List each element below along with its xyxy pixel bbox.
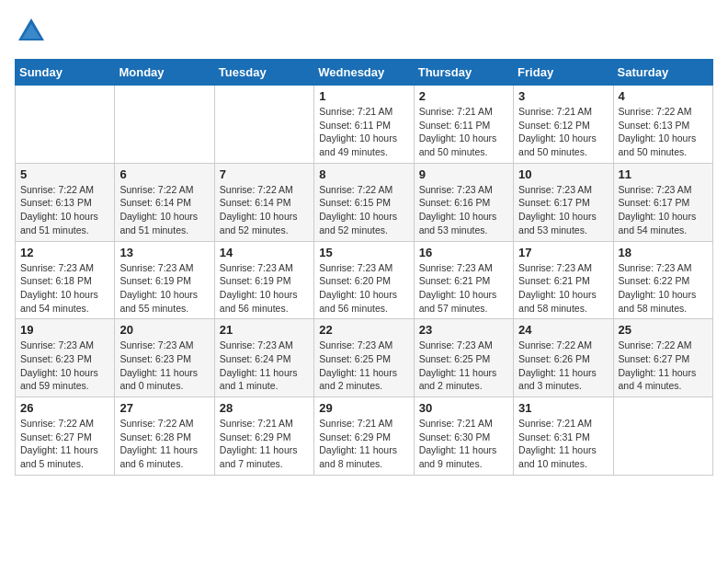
calendar-week-5: 26Sunrise: 7:22 AM Sunset: 6:27 PM Dayli…: [16, 397, 713, 476]
day-number: 31: [518, 401, 608, 415]
calendar-cell: 24Sunrise: 7:22 AM Sunset: 6:26 PM Dayli…: [514, 319, 613, 397]
col-header-friday: Friday: [514, 60, 613, 86]
calendar-week-4: 19Sunrise: 7:23 AM Sunset: 6:23 PM Dayli…: [16, 319, 713, 397]
day-number: 6: [119, 167, 209, 181]
col-header-monday: Monday: [115, 60, 214, 86]
day-number: 13: [119, 246, 209, 259]
calendar-cell: 3Sunrise: 7:21 AM Sunset: 6:12 PM Daylig…: [514, 86, 613, 164]
day-number: 5: [20, 167, 109, 181]
day-number: 15: [319, 246, 408, 259]
calendar-cell: 23Sunrise: 7:23 AM Sunset: 6:25 PM Dayli…: [414, 319, 513, 397]
calendar-cell: 21Sunrise: 7:23 AM Sunset: 6:24 PM Dayli…: [214, 319, 313, 397]
calendar-header: SundayMondayTuesdayWednesdayThursdayFrid…: [16, 60, 713, 86]
calendar-cell: 4Sunrise: 7:22 AM Sunset: 6:13 PM Daylig…: [613, 86, 712, 164]
day-number: 18: [619, 246, 708, 259]
day-number: 9: [419, 167, 508, 181]
calendar-cell: 31Sunrise: 7:21 AM Sunset: 6:31 PM Dayli…: [514, 397, 613, 476]
calendar-cell: 2Sunrise: 7:21 AM Sunset: 6:11 PM Daylig…: [414, 86, 513, 164]
calendar-cell: 14Sunrise: 7:23 AM Sunset: 6:19 PM Dayli…: [214, 241, 313, 319]
day-number: 26: [20, 401, 109, 415]
day-info: Sunrise: 7:21 AM Sunset: 6:30 PM Dayligh…: [419, 417, 508, 471]
calendar-cell: 16Sunrise: 7:23 AM Sunset: 6:21 PM Dayli…: [414, 241, 513, 319]
calendar-cell: 8Sunrise: 7:22 AM Sunset: 6:15 PM Daylig…: [314, 163, 414, 241]
day-info: Sunrise: 7:23 AM Sunset: 6:17 PM Dayligh…: [619, 183, 708, 237]
col-header-tuesday: Tuesday: [214, 60, 313, 86]
calendar-cell: [16, 86, 115, 164]
day-number: 7: [220, 167, 309, 181]
calendar-cell: 18Sunrise: 7:23 AM Sunset: 6:22 PM Dayli…: [613, 241, 712, 319]
col-header-sunday: Sunday: [16, 60, 115, 86]
calendar-cell: 12Sunrise: 7:23 AM Sunset: 6:18 PM Dayli…: [16, 241, 115, 319]
day-info: Sunrise: 7:22 AM Sunset: 6:27 PM Dayligh…: [20, 417, 109, 471]
day-info: Sunrise: 7:23 AM Sunset: 6:22 PM Dayligh…: [619, 261, 708, 316]
col-header-wednesday: Wednesday: [314, 60, 414, 86]
calendar-cell: 30Sunrise: 7:21 AM Sunset: 6:30 PM Dayli…: [414, 397, 513, 476]
day-number: 16: [419, 246, 508, 259]
day-info: Sunrise: 7:23 AM Sunset: 6:18 PM Dayligh…: [20, 261, 109, 316]
day-info: Sunrise: 7:23 AM Sunset: 6:17 PM Dayligh…: [518, 183, 608, 237]
day-number: 30: [419, 401, 508, 415]
calendar-cell: 17Sunrise: 7:23 AM Sunset: 6:21 PM Dayli…: [514, 241, 613, 319]
calendar-cell: 19Sunrise: 7:23 AM Sunset: 6:23 PM Dayli…: [16, 319, 115, 397]
day-number: 8: [319, 167, 408, 181]
logo: [15, 15, 51, 48]
day-info: Sunrise: 7:23 AM Sunset: 6:21 PM Dayligh…: [518, 261, 608, 316]
day-info: Sunrise: 7:23 AM Sunset: 6:25 PM Dayligh…: [419, 339, 508, 393]
day-info: Sunrise: 7:21 AM Sunset: 6:31 PM Dayligh…: [518, 417, 608, 471]
calendar-cell: 11Sunrise: 7:23 AM Sunset: 6:17 PM Dayli…: [613, 163, 712, 241]
day-number: 14: [220, 246, 309, 259]
day-info: Sunrise: 7:22 AM Sunset: 6:13 PM Dayligh…: [619, 105, 708, 159]
calendar-week-1: 1Sunrise: 7:21 AM Sunset: 6:11 PM Daylig…: [16, 86, 713, 164]
day-number: 20: [119, 323, 209, 337]
calendar-cell: 10Sunrise: 7:23 AM Sunset: 6:17 PM Dayli…: [514, 163, 613, 241]
day-number: 27: [119, 401, 209, 415]
day-info: Sunrise: 7:23 AM Sunset: 6:16 PM Dayligh…: [419, 183, 508, 237]
day-info: Sunrise: 7:22 AM Sunset: 6:15 PM Dayligh…: [319, 183, 408, 237]
day-info: Sunrise: 7:21 AM Sunset: 6:29 PM Dayligh…: [319, 417, 408, 471]
day-number: 12: [20, 246, 109, 259]
col-header-thursday: Thursday: [414, 60, 513, 86]
day-info: Sunrise: 7:23 AM Sunset: 6:21 PM Dayligh…: [419, 261, 508, 316]
calendar-cell: [613, 397, 712, 476]
calendar-week-3: 12Sunrise: 7:23 AM Sunset: 6:18 PM Dayli…: [16, 241, 713, 319]
day-info: Sunrise: 7:22 AM Sunset: 6:26 PM Dayligh…: [518, 339, 608, 393]
day-info: Sunrise: 7:23 AM Sunset: 6:20 PM Dayligh…: [319, 261, 408, 316]
day-number: 17: [518, 246, 608, 259]
day-info: Sunrise: 7:23 AM Sunset: 6:25 PM Dayligh…: [319, 339, 408, 393]
calendar-cell: 20Sunrise: 7:23 AM Sunset: 6:23 PM Dayli…: [115, 319, 214, 397]
day-info: Sunrise: 7:21 AM Sunset: 6:12 PM Dayligh…: [518, 105, 608, 159]
day-info: Sunrise: 7:23 AM Sunset: 6:19 PM Dayligh…: [220, 261, 309, 316]
day-number: 10: [518, 167, 608, 181]
day-number: 25: [619, 323, 708, 337]
day-info: Sunrise: 7:23 AM Sunset: 6:23 PM Dayligh…: [119, 339, 209, 393]
calendar-cell: 9Sunrise: 7:23 AM Sunset: 6:16 PM Daylig…: [414, 163, 513, 241]
calendar-cell: 6Sunrise: 7:22 AM Sunset: 6:14 PM Daylig…: [115, 163, 214, 241]
col-header-saturday: Saturday: [613, 60, 712, 86]
day-number: 3: [518, 89, 608, 103]
calendar-cell: 28Sunrise: 7:21 AM Sunset: 6:29 PM Dayli…: [214, 397, 313, 476]
day-number: 22: [319, 323, 408, 337]
day-info: Sunrise: 7:21 AM Sunset: 6:11 PM Dayligh…: [319, 105, 408, 159]
day-info: Sunrise: 7:22 AM Sunset: 6:27 PM Dayligh…: [619, 339, 708, 393]
day-info: Sunrise: 7:22 AM Sunset: 6:13 PM Dayligh…: [20, 183, 109, 237]
calendar-cell: 5Sunrise: 7:22 AM Sunset: 6:13 PM Daylig…: [16, 163, 115, 241]
day-number: 1: [319, 89, 408, 103]
day-info: Sunrise: 7:22 AM Sunset: 6:28 PM Dayligh…: [119, 417, 209, 471]
calendar-cell: 25Sunrise: 7:22 AM Sunset: 6:27 PM Dayli…: [613, 319, 712, 397]
calendar-cell: 13Sunrise: 7:23 AM Sunset: 6:19 PM Dayli…: [115, 241, 214, 319]
calendar-cell: 27Sunrise: 7:22 AM Sunset: 6:28 PM Dayli…: [115, 397, 214, 476]
calendar-cell: 7Sunrise: 7:22 AM Sunset: 6:14 PM Daylig…: [214, 163, 313, 241]
day-info: Sunrise: 7:22 AM Sunset: 6:14 PM Dayligh…: [119, 183, 209, 237]
day-info: Sunrise: 7:21 AM Sunset: 6:29 PM Dayligh…: [220, 417, 309, 471]
calendar-cell: [214, 86, 313, 164]
calendar-cell: 29Sunrise: 7:21 AM Sunset: 6:29 PM Dayli…: [314, 397, 414, 476]
day-number: 29: [319, 401, 408, 415]
calendar-cell: [115, 86, 214, 164]
day-number: 4: [619, 89, 708, 103]
day-number: 24: [518, 323, 608, 337]
logo-icon: [15, 15, 48, 48]
calendar-cell: 22Sunrise: 7:23 AM Sunset: 6:25 PM Dayli…: [314, 319, 414, 397]
calendar-cell: 15Sunrise: 7:23 AM Sunset: 6:20 PM Dayli…: [314, 241, 414, 319]
day-number: 23: [419, 323, 508, 337]
day-info: Sunrise: 7:23 AM Sunset: 6:23 PM Dayligh…: [20, 339, 109, 393]
